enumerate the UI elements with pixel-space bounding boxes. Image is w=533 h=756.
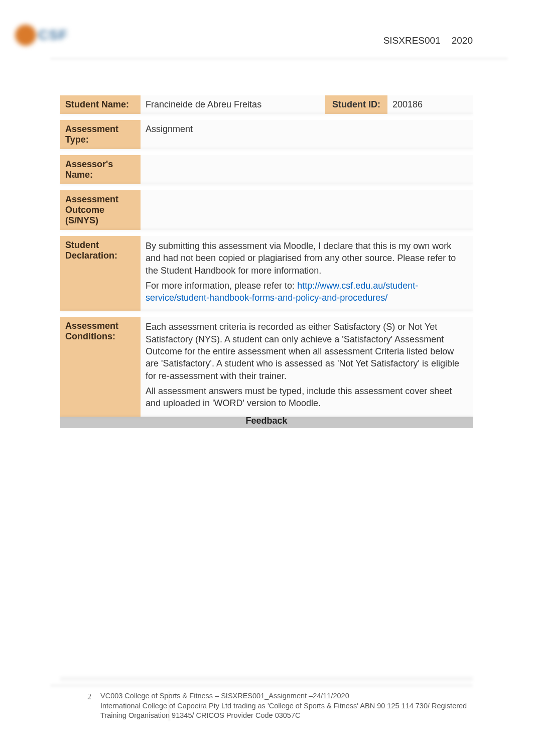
logo-icon: [15, 25, 36, 46]
label-student-declaration: Student Declaration:: [60, 236, 141, 311]
value-assessment-conditions: Each assessment criteria is recorded as …: [141, 317, 473, 416]
page: CSF SISXRES001 2020 Student Name: Franci…: [0, 0, 533, 756]
row-student-declaration: Student Declaration: By submitting this …: [60, 236, 473, 311]
footer-line-1: VC003 College of Sports & Fitness – SISX…: [100, 691, 473, 701]
declaration-text-1: By submitting this assessment via Moodle…: [146, 240, 468, 277]
row-assessment-conditions: Assessment Conditions: Each assessment c…: [60, 317, 473, 416]
label-student-name: Student Name:: [60, 95, 141, 114]
page-footer: 2 VC003 College of Sports & Fitness – SI…: [80, 691, 473, 721]
footer-text: VC003 College of Sports & Fitness – SISX…: [100, 691, 473, 721]
declaration-text-2: For more information, please refer to: h…: [146, 280, 468, 304]
cover-sheet: Student Name: Francineide de Abreu Freit…: [60, 95, 473, 679]
label-student-id: Student ID:: [325, 95, 387, 114]
row-assessment-type: Assessment Type: Assignment: [60, 120, 473, 149]
value-student-declaration: By submitting this assessment via Moodle…: [141, 236, 473, 311]
student-id-value: 200186: [392, 99, 468, 110]
label-assessment-conditions: Assessment Conditions:: [60, 317, 141, 416]
row-assessor-name: Assessor's Name:: [60, 155, 473, 184]
value-assessor-name: [141, 155, 473, 184]
student-name-value: Francineide de Abreu Freitas: [146, 99, 325, 110]
value-assessment-type: Assignment: [141, 120, 473, 149]
unit-code: SISXRES001: [383, 35, 441, 46]
value-student-name: Francineide de Abreu Freitas Student ID:…: [141, 95, 473, 114]
footer-divider: [168, 691, 170, 721]
value-assessment-outcome: [141, 190, 473, 230]
logo-text: CSF: [38, 27, 68, 43]
header-divider: [50, 58, 508, 61]
row-assessment-outcome: Assessment Outcome (S/NYS): [60, 190, 473, 230]
declaration-prefix: For more information, please refer to:: [146, 281, 297, 291]
header-right: SISXRES001 2020: [383, 35, 473, 46]
footer-line-2: International College of Capoeira Pty Lt…: [100, 701, 473, 721]
year: 2020: [452, 35, 473, 46]
row-student-name: Student Name: Francineide de Abreu Freit…: [60, 95, 473, 114]
label-assessment-type: Assessment Type:: [60, 120, 141, 149]
page-header: CSF SISXRES001 2020: [60, 15, 473, 60]
label-assessment-outcome: Assessment Outcome (S/NYS): [60, 190, 141, 230]
feedback-box: [60, 428, 473, 679]
conditions-text-1: Each assessment criteria is recorded as …: [146, 321, 468, 382]
page-number: 2: [80, 691, 91, 721]
label-assessor-name: Assessor's Name:: [60, 155, 141, 184]
conditions-text-2: All assessment answers must be typed, in…: [146, 385, 468, 410]
logo: CSF: [15, 20, 80, 50]
